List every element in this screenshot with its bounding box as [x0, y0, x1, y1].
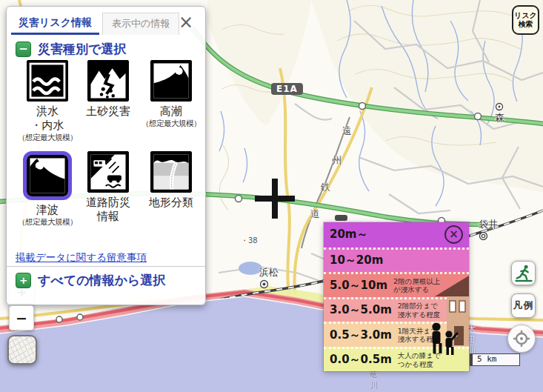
evacuation-site-button[interactable]: [511, 261, 536, 285]
collapse-minus-icon[interactable]: −: [16, 41, 31, 57]
panel-divider: [7, 266, 205, 267]
legend-row: 20m～ ×: [324, 222, 469, 248]
town-label-fukuroi: 袋井: [479, 218, 498, 241]
panel-tabs: 災害リスク情報 表示中の情報: [11, 13, 179, 35]
hazard-type-label: 洪水 ・内水: [31, 104, 64, 133]
railway-name-char: 遠: [342, 124, 352, 138]
town-marker-icon: [479, 231, 488, 241]
current-location-button[interactable]: [507, 325, 536, 353]
disaster-risk-panel: 災害リスク情報 表示中の情報 × − 災害種別で選択 洪水 ・内水 （想定最大規…: [6, 6, 206, 305]
depth-description: 2階部分まで 浸水する程度: [398, 302, 440, 319]
map-center-crosshair: [272, 179, 278, 219]
route-badge-e1a: E1A: [271, 83, 303, 95]
tsunami-depth-legend: 20m～ × 10～20m 5.0～10m 2階の屋根以上 が浸水する 3.0～…: [324, 222, 469, 371]
hazard-type-flood[interactable]: 洪水 ・内水 （想定最大規模）: [17, 60, 78, 143]
depth-description: 2階の屋根以上 が浸水する: [393, 277, 440, 294]
legend-button[interactable]: 凡例: [511, 293, 536, 318]
gps-crosshair-icon: [513, 330, 530, 348]
railway-name-char: 鉄: [321, 181, 330, 194]
expand-plus-icon[interactable]: ＋: [16, 273, 31, 288]
selected-highlight-border: [23, 151, 72, 200]
town-label-hamamatsu: 浜松: [259, 266, 279, 289]
landform-icon: [150, 151, 192, 193]
depth-description: 大人の膝まで つかる程度: [398, 351, 441, 368]
depth-range-label: 10～20m: [330, 253, 383, 268]
legend-row: 5.0～10m 2階の屋根以上 が浸水する: [324, 272, 469, 297]
legend-close-icon[interactable]: ×: [444, 225, 463, 244]
section-title: 災害種別で選択: [38, 41, 126, 58]
spot-elevation-label: ・38: [241, 236, 258, 246]
railway-name-char: 州: [332, 154, 342, 167]
town-marker-icon: [259, 279, 269, 289]
risk-search-button[interactable]: リスク 検索: [512, 5, 539, 35]
tab-disaster-risk-info[interactable]: 災害リスク情報: [11, 13, 99, 35]
legend-row: 0.0～0.5m 大人の膝まで つかる程度: [324, 347, 469, 372]
scale-bar: 5 km: [470, 353, 520, 366]
hazard-type-road-disaster[interactable]: 道路防災 情報: [78, 151, 139, 227]
hazard-type-label: 地形分類: [149, 196, 193, 210]
town-label-mori: 森: [495, 102, 504, 124]
section-title: すべての情報から選択: [38, 272, 165, 289]
hazard-type-landform[interactable]: 地形分類: [139, 151, 204, 227]
hazard-type-label: 高潮: [160, 104, 182, 119]
legend-row: 3.0～5.0m 2階部分まで 浸水する程度: [324, 297, 469, 322]
tab-displayed-info[interactable]: 表示中の情報: [102, 13, 179, 35]
hazard-type-label: 土砂災害: [86, 104, 130, 119]
storm-surge-wave-icon: [150, 60, 192, 102]
tsunami-wave-icon: [27, 155, 68, 196]
section-select-all-info[interactable]: ＋ すべての情報から選択: [16, 272, 165, 289]
section-select-by-type[interactable]: − 災害種別で選択: [16, 41, 126, 58]
landslide-icon: [87, 60, 129, 102]
depth-range-label: 3.0～5.0m: [330, 303, 392, 317]
depth-range-label: 20m～: [330, 227, 368, 242]
legend-row: 0.5～3.0m 1階天井まで 浸水する程度: [324, 322, 469, 347]
hazard-type-label: 津波: [36, 203, 59, 217]
hazard-type-note: （想定最大規模）: [141, 119, 201, 129]
depth-description: 1階天井まで 浸水する程度: [398, 327, 440, 344]
data-notice-link[interactable]: 掲載データに関する留意事項: [16, 251, 147, 265]
depth-range-label: 0.0～0.5m: [330, 353, 392, 367]
hazard-type-note: （想定最大規模）: [18, 133, 77, 143]
hazard-type-label: 道路防災 情報: [86, 196, 130, 224]
running-person-icon: [514, 264, 533, 283]
town-marker-icon: [495, 102, 504, 111]
river-label-tenryu: 川: [370, 380, 379, 391]
zoom-out-button[interactable]: −: [9, 305, 34, 330]
hazard-map-app: E1A 森 袋井 浜松 遠 州 鉄 道 太 田 川 天 竜 川 ・38 ＋ 災害…: [0, 0, 543, 392]
hazard-type-note: （想定最大規模）: [18, 217, 77, 227]
panel-close-icon[interactable]: ×: [174, 13, 198, 32]
road-disaster-icon: [87, 151, 129, 193]
hazard-type-tsunami[interactable]: 津波 （想定最大規模）: [17, 151, 78, 227]
railway-name-char: 道: [310, 207, 320, 221]
overview-map-button[interactable]: [7, 335, 37, 365]
depth-range-label: 0.5～3.0m: [330, 328, 392, 342]
hazard-type-storm-surge[interactable]: 高潮 （想定最大規模）: [139, 60, 204, 143]
flood-wave-icon: [27, 60, 68, 102]
legend-button-label: 凡例: [513, 299, 533, 312]
legend-row: 10～20m: [324, 248, 469, 273]
depth-range-label: 5.0～10m: [330, 279, 387, 293]
hazard-type-landslide[interactable]: 土砂災害: [78, 60, 139, 143]
